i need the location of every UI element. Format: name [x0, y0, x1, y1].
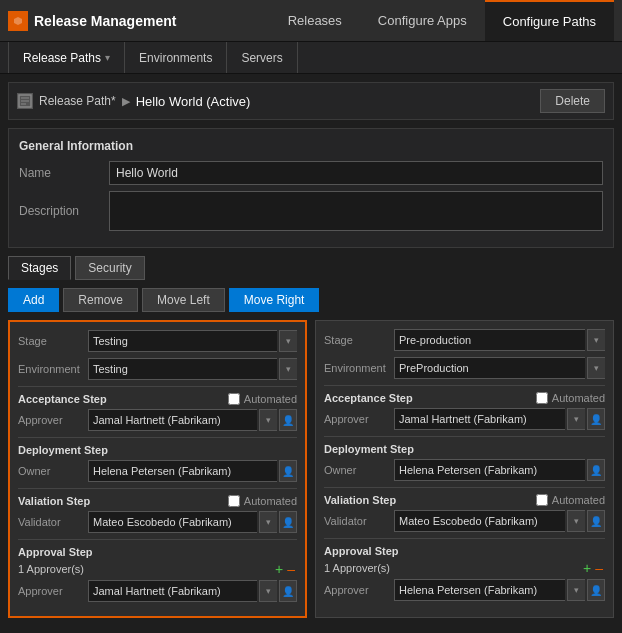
approval-approver-label-preprod: Approver — [324, 584, 394, 596]
description-label: Description — [19, 204, 109, 218]
move-left-button[interactable]: Move Left — [142, 288, 225, 312]
description-input[interactable] — [109, 191, 603, 231]
approval-approver-arrow-testing[interactable]: ▾ — [259, 580, 277, 602]
divider1-preprod — [324, 385, 605, 386]
add-approver-btn-preprod[interactable]: + — [581, 561, 593, 575]
acceptance-approver-value-preprod[interactable] — [394, 408, 565, 430]
approval-approver-value-testing[interactable] — [88, 580, 257, 602]
tab-configure-apps[interactable]: Configure Apps — [360, 0, 485, 41]
acceptance-automated-preprod: Automated — [536, 392, 605, 404]
approval-approver-row-preprod: Approver ▾ 👤 — [324, 579, 605, 601]
main-content: Release Path* ▶ Hello World (Active) Del… — [0, 74, 622, 626]
app-logo: Release Management — [8, 11, 176, 31]
stage-panel-testing: Stage ▾ Environment ▾ Acceptance Step — [8, 320, 307, 618]
divider4-testing — [18, 539, 297, 540]
acceptance-approver-arrow-preprod[interactable]: ▾ — [567, 408, 585, 430]
remove-approver-btn-testing[interactable]: – — [285, 562, 297, 576]
remove-approver-btn-preprod[interactable]: – — [593, 561, 605, 575]
breadcrumb-title: Hello World (Active) — [136, 94, 251, 109]
env-value-preprod[interactable] — [394, 357, 585, 379]
add-button[interactable]: Add — [8, 288, 59, 312]
deployment-owner-value-preprod[interactable] — [394, 459, 585, 481]
stage-panel-preproduction: Stage ▾ Environment ▾ Acceptance Step — [315, 320, 614, 618]
acceptance-automated-checkbox-preprod[interactable] — [536, 392, 548, 404]
env-dropdown-arrow-testing[interactable]: ▾ — [279, 358, 297, 380]
acceptance-automated-checkbox-testing[interactable] — [228, 393, 240, 405]
validator-row-preprod: Validator ▾ 👤 — [324, 510, 605, 532]
validator-arrow-preprod[interactable]: ▾ — [567, 510, 585, 532]
tab-security[interactable]: Security — [75, 256, 144, 280]
breadcrumb-bar: Release Path* ▶ Hello World (Active) Del… — [8, 82, 614, 120]
approval-approver-label-testing: Approver — [18, 585, 88, 597]
name-field-row: Name — [19, 161, 603, 185]
divider3-preprod — [324, 487, 605, 488]
validation-title-testing: Valiation Step — [18, 495, 228, 507]
stage-value-preprod[interactable] — [394, 329, 585, 351]
acceptance-approver-wrap-preprod: ▾ 👤 — [394, 408, 605, 430]
remove-button[interactable]: Remove — [63, 288, 138, 312]
tab-releases[interactable]: Releases — [270, 0, 360, 41]
env-dropdown-arrow-preprod[interactable]: ▾ — [587, 357, 605, 379]
move-right-button[interactable]: Move Right — [229, 288, 320, 312]
top-navigation: Release Management Releases Configure Ap… — [0, 0, 622, 42]
validator-person-preprod[interactable]: 👤 — [587, 510, 605, 532]
env-select-wrap-testing: ▾ — [88, 358, 297, 380]
top-nav-tabs: Releases Configure Apps Configure Paths — [270, 0, 614, 41]
deployment-owner-label-testing: Owner — [18, 465, 88, 477]
subnav-servers[interactable]: Servers — [227, 42, 297, 73]
validation-automated-checkbox-preprod[interactable] — [536, 494, 548, 506]
validator-person-testing[interactable]: 👤 — [279, 511, 297, 533]
subnav-release-paths[interactable]: Release Paths ▾ — [8, 42, 125, 73]
approval-approver-arrow-preprod[interactable]: ▾ — [567, 579, 585, 601]
validator-label-preprod: Validator — [324, 515, 394, 527]
deployment-title-testing: Deployment Step — [18, 444, 297, 456]
validator-value-preprod[interactable] — [394, 510, 565, 532]
validation-automated-checkbox-testing[interactable] — [228, 495, 240, 507]
tab-stages[interactable]: Stages — [8, 256, 71, 280]
stage-label-testing: Stage — [18, 335, 88, 347]
acceptance-approver-value-testing[interactable] — [88, 409, 257, 431]
approval-approver-row-testing: Approver ▾ 👤 — [18, 580, 297, 602]
subnav-arrow: ▾ — [105, 52, 110, 63]
deployment-owner-value-testing[interactable] — [88, 460, 277, 482]
approval-approver-value-preprod[interactable] — [394, 579, 565, 601]
stage-dropdown-arrow-testing[interactable]: ▾ — [279, 330, 297, 352]
acceptance-approver-person-testing[interactable]: 👤 — [279, 409, 297, 431]
acceptance-title-testing: Acceptance Step — [18, 393, 228, 405]
validation-title-preprod: Valiation Step — [324, 494, 536, 506]
stage-value-testing[interactable] — [88, 330, 277, 352]
deployment-owner-person-testing[interactable]: 👤 — [279, 460, 297, 482]
acceptance-header-preprod: Acceptance Step Automated — [324, 392, 605, 404]
acceptance-approver-label-testing: Approver — [18, 414, 88, 426]
approver-count-row-preprod: 1 Approver(s) + – — [324, 561, 605, 575]
acceptance-approver-row-testing: Approver ▾ 👤 — [18, 409, 297, 431]
deployment-owner-label-preprod: Owner — [324, 464, 394, 476]
env-value-testing[interactable] — [88, 358, 277, 380]
add-approver-btn-testing[interactable]: + — [273, 562, 285, 576]
acceptance-approver-arrow-testing[interactable]: ▾ — [259, 409, 277, 431]
acceptance-automated-label-testing: Automated — [244, 393, 297, 405]
acceptance-approver-person-preprod[interactable]: 👤 — [587, 408, 605, 430]
stage-dropdown-arrow-preprod[interactable]: ▾ — [587, 329, 605, 351]
acceptance-approver-label-preprod: Approver — [324, 413, 394, 425]
env-select-wrap-preprod: ▾ — [394, 357, 605, 379]
acceptance-title-preprod: Acceptance Step — [324, 392, 536, 404]
tab-configure-paths[interactable]: Configure Paths — [485, 0, 614, 41]
acceptance-automated-label-preprod: Automated — [552, 392, 605, 404]
delete-button[interactable]: Delete — [540, 89, 605, 113]
validator-row-testing: Validator ▾ 👤 — [18, 511, 297, 533]
approval-approver-person-preprod[interactable]: 👤 — [587, 579, 605, 601]
subnav-environments[interactable]: Environments — [125, 42, 227, 73]
divider4-preprod — [324, 538, 605, 539]
deployment-owner-person-preprod[interactable]: 👤 — [587, 459, 605, 481]
name-input[interactable] — [109, 161, 603, 185]
validator-wrap-preprod: ▾ 👤 — [394, 510, 605, 532]
content-tabs: Stages Security — [8, 256, 614, 280]
approval-title-preprod: Approval Step — [324, 545, 605, 557]
approver-count-preprod: 1 Approver(s) — [324, 562, 581, 574]
validator-value-testing[interactable] — [88, 511, 257, 533]
divider1-testing — [18, 386, 297, 387]
divider3-testing — [18, 488, 297, 489]
approval-approver-person-testing[interactable]: 👤 — [279, 580, 297, 602]
validator-arrow-testing[interactable]: ▾ — [259, 511, 277, 533]
